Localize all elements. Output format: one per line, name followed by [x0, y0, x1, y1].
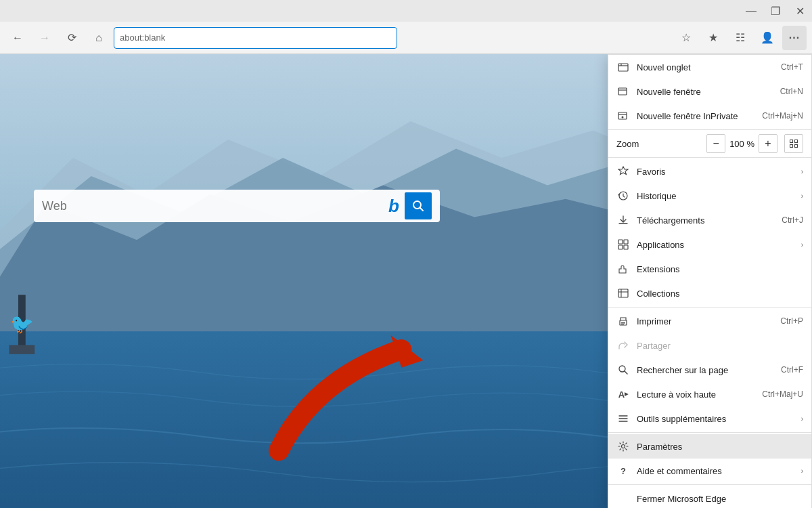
search-input[interactable]	[42, 199, 383, 213]
settings-icon	[616, 440, 630, 453]
close-button[interactable]: ✕	[788, 0, 812, 23]
collections-toolbar-button[interactable]: ☷	[728, 26, 752, 50]
divider-4	[608, 432, 811, 433]
titlebar: — ❐ ✕	[0, 0, 812, 22]
close-edge-icon	[616, 492, 630, 505]
menu-item-inprivate[interactable]: Nouvelle fenêtre InPrivate Ctrl+Maj+N	[608, 104, 811, 128]
bing-logo: b	[388, 196, 399, 217]
applications-icon	[616, 238, 630, 251]
zoom-label: Zoom	[616, 139, 706, 149]
svg-rect-19	[790, 140, 793, 143]
svg-rect-22	[795, 145, 798, 148]
find-shortcut: Ctrl+F	[781, 365, 803, 375]
zoom-fullscreen-button[interactable]	[784, 134, 803, 153]
svg-rect-34	[621, 322, 625, 324]
settings-label: Paramètres	[637, 442, 803, 452]
svg-point-38	[622, 445, 625, 448]
menu-item-collections[interactable]: Collections	[608, 281, 811, 305]
divider-3	[608, 307, 811, 308]
divider-5	[608, 484, 811, 485]
menu-item-history[interactable]: Historique ›	[608, 184, 811, 208]
search-button[interactable]	[405, 192, 432, 219]
inprivate-icon	[616, 109, 630, 123]
favorites-label: Favoris	[637, 167, 798, 177]
new-window-label: Nouvelle fenêtre	[637, 87, 775, 97]
browser-toolbar: ← → ⟳ ⌂ about:blank ☆ ★ ☷ 👤 ···	[0, 22, 812, 54]
inprivate-shortcut: Ctrl+Maj+N	[762, 111, 803, 121]
menu-item-applications[interactable]: Applications ›	[608, 232, 811, 257]
print-icon	[616, 314, 630, 328]
maximize-button[interactable]: ❐	[763, 0, 788, 23]
menu-item-favorites[interactable]: Favoris ›	[608, 159, 811, 184]
svg-rect-26	[618, 240, 623, 244]
favorites-icon	[616, 165, 630, 178]
new-tab-shortcut: Ctrl+T	[781, 62, 803, 72]
read-aloud-icon: A▶	[616, 387, 630, 401]
menu-item-extensions[interactable]: Extensions	[608, 257, 811, 281]
home-button[interactable]: ⌂	[87, 26, 111, 50]
address-text: about:blank	[120, 33, 165, 43]
bird-silhouette: 🐦	[10, 313, 34, 335]
tools-icon	[616, 412, 630, 425]
svg-rect-20	[795, 140, 798, 143]
tools-arrow-icon: ›	[801, 415, 803, 423]
svg-rect-28	[618, 245, 623, 249]
back-button[interactable]: ←	[5, 26, 30, 50]
new-window-icon	[616, 85, 630, 98]
help-label: Aide et commentaires	[637, 466, 798, 476]
svg-rect-35	[621, 324, 624, 324]
settings-more-button[interactable]: ···	[782, 26, 807, 50]
menu-item-close-edge[interactable]: Fermer Microsoft Edge	[608, 486, 811, 508]
applications-arrow-icon: ›	[801, 241, 803, 249]
search-icon	[412, 200, 424, 212]
svg-rect-30	[618, 289, 628, 297]
menu-item-settings[interactable]: Paramètres	[608, 434, 811, 459]
zoom-controls: − 100 % +	[706, 134, 803, 153]
red-arrow	[257, 318, 474, 467]
menu-item-help[interactable]: ? Aide et commentaires ›	[608, 459, 811, 483]
history-icon	[616, 189, 630, 203]
help-arrow-icon: ›	[801, 467, 803, 475]
zoom-value: 100 %	[729, 139, 754, 149]
print-shortcut: Ctrl+P	[780, 316, 803, 326]
svg-line-37	[625, 371, 627, 374]
new-window-shortcut: Ctrl+N	[780, 87, 803, 96]
forward-button[interactable]: →	[32, 26, 57, 50]
menu-item-share: Partager	[608, 333, 811, 358]
zoom-in-button[interactable]: +	[759, 134, 777, 153]
menu-item-find[interactable]: Rechercher sur la page Ctrl+F	[608, 358, 811, 382]
zoom-out-button[interactable]: −	[706, 134, 725, 153]
read-aloud-shortcut: Ctrl+Maj+U	[762, 389, 803, 399]
zoom-row: Zoom − 100 % +	[608, 131, 811, 156]
menu-item-downloads[interactable]: Téléchargements Ctrl+J	[608, 208, 811, 232]
search-area: b	[34, 190, 440, 222]
downloads-icon	[616, 213, 630, 227]
menu-item-read-aloud[interactable]: A▶ Lecture à voix haute Ctrl+Maj+U	[608, 382, 811, 406]
divider-2	[608, 157, 811, 158]
address-bar[interactable]: about:blank	[114, 27, 397, 49]
context-menu: Nouvel onglet Ctrl+T Nouvelle fenêtre Ct…	[608, 54, 812, 508]
tools-label: Outils supplémentaires	[637, 414, 798, 424]
find-label: Rechercher sur la page	[637, 365, 775, 375]
menu-item-print[interactable]: Imprimer Ctrl+P	[608, 309, 811, 333]
extensions-label: Extensions	[637, 264, 803, 274]
menu-item-new-window[interactable]: Nouvelle fenêtre Ctrl+N	[608, 79, 811, 104]
reading-list-button[interactable]: ★	[701, 26, 725, 50]
svg-point-18	[622, 117, 624, 119]
menu-item-new-tab[interactable]: Nouvel onglet Ctrl+T	[608, 55, 811, 79]
new-tab-icon	[616, 60, 630, 74]
minimize-button[interactable]: —	[739, 0, 763, 23]
favorites-button[interactable]: ☆	[674, 26, 698, 50]
svg-line-8	[420, 208, 424, 211]
menu-item-tools[interactable]: Outils supplémentaires ›	[608, 406, 811, 431]
inprivate-label: Nouvelle fenêtre InPrivate	[637, 111, 757, 121]
new-tab-label: Nouvel onglet	[637, 62, 775, 72]
search-bar[interactable]: b	[34, 190, 440, 222]
close-edge-label: Fermer Microsoft Edge	[637, 494, 803, 504]
applications-label: Applications	[637, 240, 798, 250]
profile-button[interactable]: 👤	[755, 26, 780, 50]
help-icon: ?	[616, 464, 630, 478]
refresh-button[interactable]: ⟳	[60, 26, 84, 50]
svg-rect-29	[624, 245, 628, 249]
main-content: 🐦 b	[0, 54, 812, 508]
